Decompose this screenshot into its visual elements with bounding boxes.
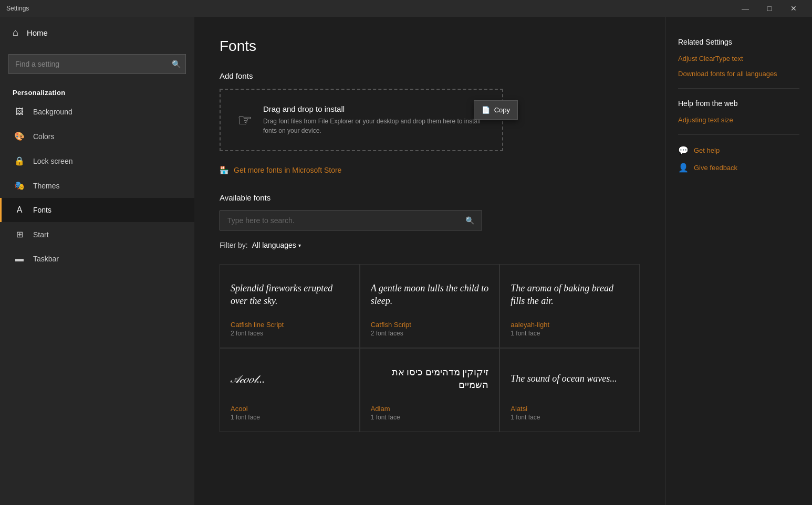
minimize-button[interactable]: — xyxy=(733,0,757,17)
drop-title: Drag and drop to install xyxy=(263,104,485,113)
sidebar-item-colors[interactable]: 🎨 Colors xyxy=(0,124,194,149)
drop-text: Drag and drop to install Drag font files… xyxy=(263,104,485,135)
colors-icon: 🎨 xyxy=(14,131,25,141)
sidebar-item-label: Background xyxy=(33,108,72,116)
font-card-5[interactable]: The sound of ocean waves... Alatsi 1 fon… xyxy=(499,348,640,432)
font-name-5: Alatsi xyxy=(511,405,629,413)
font-faces-1: 2 font faces xyxy=(371,330,489,337)
home-label: Home xyxy=(27,28,48,37)
give-feedback-icon: 👤 xyxy=(678,163,689,173)
get-help-label: Get help xyxy=(694,146,720,154)
app-body: ⌂ Home 🔍 Personalization 🖼 Background 🎨 … xyxy=(0,17,812,505)
fonts-icon: A xyxy=(14,205,25,215)
font-card-4[interactable]: זיקוקין מדהימים כיסו את השמיים Adlam 1 f… xyxy=(360,348,500,432)
drop-subtitle: Drag font files from File Explorer or yo… xyxy=(263,117,485,135)
titlebar-controls: — □ ✕ xyxy=(733,0,806,17)
font-faces-0: 2 font faces xyxy=(231,330,349,337)
related-link-cleartype[interactable]: Adjust ClearType text xyxy=(678,55,799,62)
available-fonts-title: Available fonts xyxy=(220,193,640,202)
related-link-download-fonts[interactable]: Download fonts for all languages xyxy=(678,70,799,78)
fonts-search-input[interactable] xyxy=(220,211,458,230)
font-grid: Splendid fireworks erupted over the sky.… xyxy=(220,264,640,432)
sidebar-item-fonts[interactable]: A Fonts xyxy=(0,198,194,222)
font-card-0[interactable]: Splendid fireworks erupted over the sky.… xyxy=(220,264,360,348)
get-more-label: Get more fonts in Microsoft Store xyxy=(234,166,341,174)
divider-2 xyxy=(678,134,799,135)
font-name-2: aaleyah-light xyxy=(511,321,629,329)
copy-label: Copy xyxy=(494,106,510,114)
home-icon: ⌂ xyxy=(13,27,18,38)
filter-value: All languages xyxy=(252,241,296,249)
page-title: Fonts xyxy=(220,38,640,55)
lock-icon: 🔒 xyxy=(14,156,25,166)
language-filter-dropdown[interactable]: All languages ▾ xyxy=(252,241,301,249)
sidebar-item-label: Colors xyxy=(33,132,54,141)
filter-label: Filter by: xyxy=(220,241,248,249)
sidebar-item-taskbar[interactable]: ▬ Taskbar xyxy=(0,247,194,271)
cursor-icon: ☞ xyxy=(237,110,253,130)
get-help-icon: 💬 xyxy=(678,145,689,155)
related-settings-title: Related Settings xyxy=(678,38,799,46)
give-feedback-label: Give feedback xyxy=(694,164,737,172)
titlebar-title: Settings xyxy=(6,5,29,12)
sidebar-item-label: Start xyxy=(33,230,49,239)
font-name-3: Acool xyxy=(231,405,349,413)
help-link-text-size[interactable]: Adjusting text size xyxy=(678,116,799,124)
filter-bar: Filter by: All languages ▾ xyxy=(220,241,640,249)
sidebar-search-container: 🔍 xyxy=(8,54,186,74)
sidebar-item-start[interactable]: ⊞ Start xyxy=(0,222,194,247)
get-more-fonts-link[interactable]: 🏪 Get more fonts in Microsoft Store xyxy=(220,166,640,174)
font-card-3[interactable]: 𝒜𝒸𝑜𝑜𝓁... Acool 1 font face xyxy=(220,348,360,432)
font-preview-3: 𝒜𝒸𝑜𝑜𝓁... xyxy=(231,359,349,398)
sidebar-item-home[interactable]: ⌂ Home xyxy=(0,17,194,49)
themes-icon: 🎭 xyxy=(14,181,25,191)
sidebar-item-lock-screen[interactable]: 🔒 Lock screen xyxy=(0,149,194,173)
search-icon: 🔍 xyxy=(172,60,181,68)
font-card-1[interactable]: A gentle moon lulls the child to sleep. … xyxy=(360,264,500,348)
font-card-2[interactable]: The aroma of baking bread fills the air.… xyxy=(499,264,640,348)
font-name-1: Catfish Script xyxy=(371,321,489,329)
maximize-button[interactable]: □ xyxy=(757,0,782,17)
sidebar-item-themes[interactable]: 🎭 Themes xyxy=(0,173,194,198)
sidebar-item-label: Lock screen xyxy=(33,157,72,165)
add-fonts-title: Add fonts xyxy=(220,71,640,80)
font-preview-4: זיקוקין מדהימים כיסו את השמיים xyxy=(371,359,489,398)
store-icon: 🏪 xyxy=(220,166,228,174)
font-name-4: Adlam xyxy=(371,405,489,413)
font-faces-2: 1 font face xyxy=(511,330,629,337)
font-faces-3: 1 font face xyxy=(231,414,349,421)
drop-zone[interactable]: ☞ Drag and drop to install Drag font fil… xyxy=(220,89,503,151)
font-preview-0: Splendid fireworks erupted over the sky. xyxy=(231,275,349,314)
start-icon: ⊞ xyxy=(14,229,25,239)
font-preview-1: A gentle moon lulls the child to sleep. xyxy=(371,275,489,314)
chevron-down-icon: ▾ xyxy=(298,243,301,248)
font-preview-2: The aroma of baking bread fills the air. xyxy=(511,275,629,314)
close-button[interactable]: ✕ xyxy=(782,0,806,17)
fonts-search-button[interactable]: 🔍 xyxy=(458,211,482,230)
font-name-0: Catfish line Script xyxy=(231,321,349,329)
give-feedback-item[interactable]: 👤 Give feedback xyxy=(678,163,799,173)
sidebar-item-background[interactable]: 🖼 Background xyxy=(0,100,194,124)
titlebar: Settings — □ ✕ xyxy=(0,0,812,17)
get-help-item[interactable]: 💬 Get help xyxy=(678,145,799,155)
sidebar-item-label: Fonts xyxy=(33,206,51,214)
right-panel: Related Settings Adjust ClearType text D… xyxy=(665,17,812,505)
background-icon: 🖼 xyxy=(14,107,25,117)
divider xyxy=(678,88,799,89)
font-faces-4: 1 font face xyxy=(371,414,489,421)
help-title: Help from the web xyxy=(678,99,799,108)
fonts-search-box: 🔍 xyxy=(220,211,482,230)
sidebar-item-label: Taskbar xyxy=(33,255,59,263)
taskbar-icon: ▬ xyxy=(14,254,25,264)
main-content: Fonts Add fonts ☞ Drag and drop to insta… xyxy=(194,17,665,505)
search-input[interactable] xyxy=(8,54,186,74)
font-faces-5: 1 font face xyxy=(511,414,629,421)
sidebar-item-label: Themes xyxy=(33,182,60,190)
font-preview-5: The sound of ocean waves... xyxy=(511,359,629,398)
sidebar: ⌂ Home 🔍 Personalization 🖼 Background 🎨 … xyxy=(0,17,194,505)
sidebar-section-label: Personalization xyxy=(0,85,194,100)
